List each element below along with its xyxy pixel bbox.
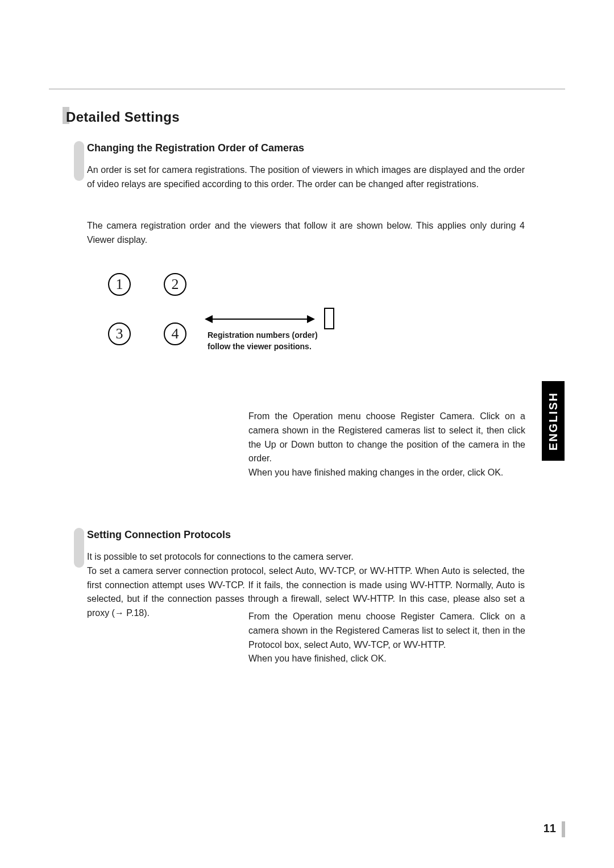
viewer-cell-2: 2 <box>164 273 186 296</box>
page-title: Detailed Settings <box>66 109 180 125</box>
section-1-instructions: From the Operation menu choose Register … <box>248 610 525 666</box>
section-heading-registration-order: Changing the Registration Order of Camer… <box>87 142 304 154</box>
arrow-right-head-icon <box>307 315 315 323</box>
footer-accent-bar <box>562 821 565 837</box>
arrow-label: Registration numbers (order) follow the … <box>208 329 327 353</box>
section-0-paragraph-1: The camera registration order and the vi… <box>87 219 525 247</box>
language-tab: ENGLISH <box>542 381 565 461</box>
top-divider <box>49 89 565 89</box>
section-0-instructions: From the Operation menu choose Register … <box>248 410 525 480</box>
section-bullet-icon <box>74 141 84 181</box>
page-number: 11 <box>544 822 556 835</box>
section-bullet-icon <box>74 528 84 568</box>
manual-page: Detailed Settings Changing the Registrat… <box>0 0 614 868</box>
language-label: ENGLISH <box>547 392 560 450</box>
viewer-order-diagram: 1 2 3 4 Registration numbers (order) fol… <box>97 264 347 378</box>
viewer-cell-1: 1 <box>108 273 131 296</box>
arrow-line <box>208 319 310 320</box>
section-0-paragraph-0: An order is set for camera registrations… <box>87 163 525 192</box>
viewer-cell-4: 4 <box>164 323 186 345</box>
single-viewer-icon <box>324 308 334 329</box>
section-heading-connection-protocols: Setting Connection Protocols <box>87 529 231 541</box>
viewer-cell-3: 3 <box>108 323 131 345</box>
